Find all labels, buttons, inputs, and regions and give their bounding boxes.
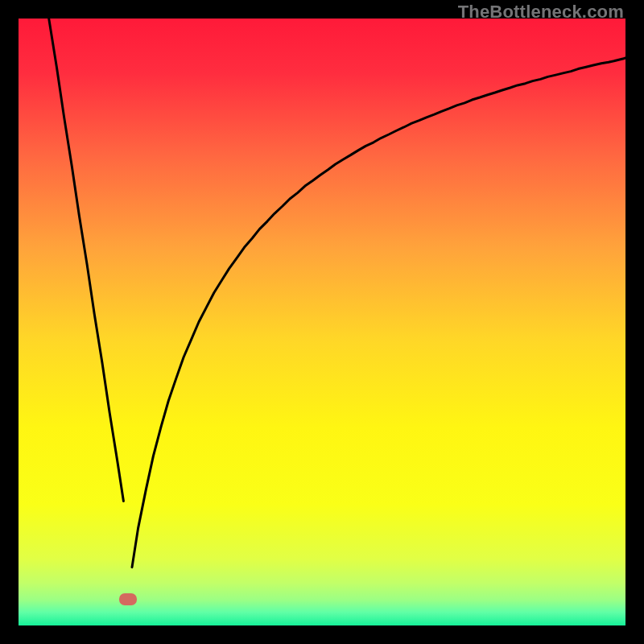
gradient-background [19, 19, 625, 625]
chart-frame: TheBottleneck.com [0, 0, 644, 644]
chart-svg [19, 19, 625, 625]
chart-plot-area [19, 19, 625, 625]
trough-marker [119, 593, 137, 605]
